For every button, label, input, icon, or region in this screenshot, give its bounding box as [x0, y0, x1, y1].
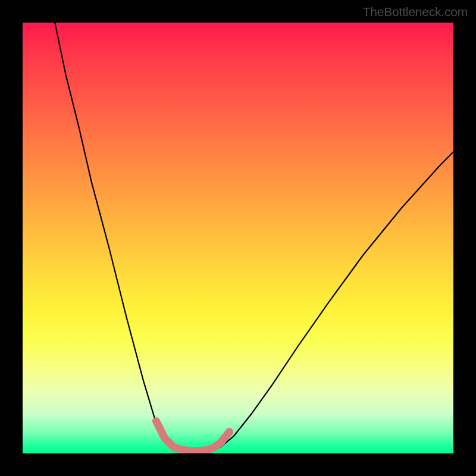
chart-frame: TheBottleneck.com: [0, 0, 476, 476]
valley-highlight: [156, 421, 229, 451]
right-curve: [212, 152, 453, 451]
curves-svg: [23, 23, 453, 453]
watermark-text: TheBottleneck.com: [363, 5, 468, 19]
left-curve: [55, 23, 182, 451]
plot-area: [23, 23, 453, 453]
